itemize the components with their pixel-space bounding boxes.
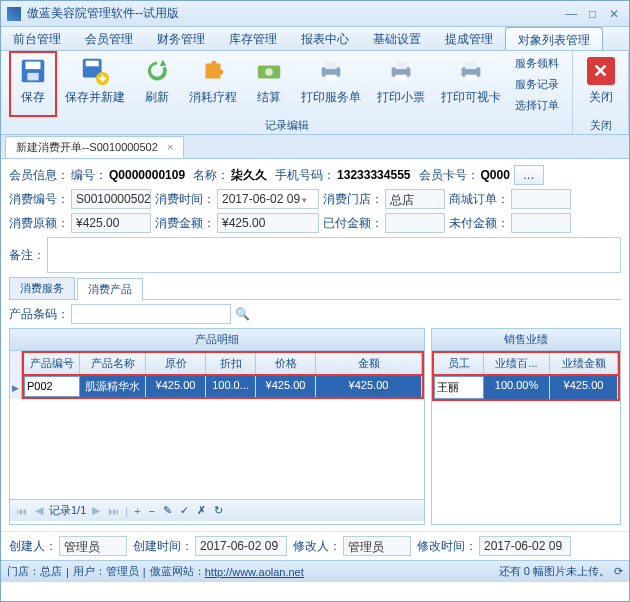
create-time-field: 2017-06-02 09	[195, 536, 287, 556]
select-order-link[interactable]: 选择订单	[515, 97, 559, 113]
amount-field: ¥425.00	[217, 213, 319, 233]
order-no-field: S0010000502	[71, 189, 151, 209]
search-icon[interactable]: 🔍	[235, 307, 250, 321]
remark-field[interactable]	[47, 237, 621, 273]
table-row[interactable]: P002 肌源精华水 ¥425.00 100.0... ¥425.00 ¥425…	[22, 376, 424, 399]
service-material-link[interactable]: 服务领料	[515, 55, 559, 71]
svg-rect-13	[395, 75, 406, 81]
pager-next-icon[interactable]: ▶	[90, 504, 102, 517]
tab-product[interactable]: 消费产品	[77, 278, 143, 300]
close-icon: ✕	[587, 57, 615, 85]
title-bar: 傲蓝美容院管理软件--试用版 — □ ✕	[1, 1, 629, 27]
menu-settings[interactable]: 基础设置	[361, 27, 433, 50]
tab-service[interactable]: 消费服务	[9, 277, 75, 299]
member-id: Q0000000109	[109, 168, 185, 182]
svg-rect-9	[325, 62, 336, 70]
modify-time-field: 2017-06-02 09	[479, 536, 571, 556]
save-new-icon	[79, 55, 111, 87]
paid-field	[385, 213, 445, 233]
row-indicator-icon: ▶	[10, 376, 22, 399]
save-new-button[interactable]: 保存并新建	[57, 51, 133, 117]
orig-amount-field: ¥425.00	[71, 213, 151, 233]
main-menu: 前台管理 会员管理 财务管理 库存管理 报表中心 基础设置 提成管理 对象列表管…	[1, 27, 629, 51]
maximize-icon[interactable]: □	[584, 7, 602, 21]
pager-cancel-icon[interactable]: ✗	[195, 504, 208, 517]
menu-object-list[interactable]: 对象列表管理	[505, 27, 603, 50]
member-info-label: 会员信息：	[9, 167, 69, 184]
status-store: 总店	[40, 564, 62, 579]
pager-del-icon[interactable]: −	[147, 505, 157, 517]
save-button[interactable]: 保存	[9, 51, 57, 117]
svg-rect-2	[27, 73, 38, 81]
member-card: Q000	[481, 168, 510, 182]
status-bar: 门店： 总店 | 用户： 管理员 | 傲蓝网站： http://www.aola…	[1, 560, 629, 582]
close-window-icon[interactable]: ✕	[605, 7, 623, 21]
printer-icon	[455, 55, 487, 87]
sales-grid: 销售业绩 员工 业绩百... 业绩金额 王丽 100.00% ¥425.00	[431, 328, 621, 525]
ribbon-group-label: 记录编辑	[265, 117, 309, 134]
pager: ⏮ ◀ 记录1/1 ▶ ⏭ | + − ✎ ✓ ✗ ↻	[10, 499, 424, 521]
print-card-button[interactable]: 打印可视卡	[433, 51, 509, 117]
refresh-button[interactable]: 刷新	[133, 51, 181, 117]
minimize-icon[interactable]: —	[562, 7, 580, 21]
svg-point-7	[265, 68, 273, 76]
unpaid-field	[511, 213, 571, 233]
svg-rect-12	[395, 62, 406, 70]
pager-first-icon[interactable]: ⏮	[14, 505, 29, 517]
pager-last-icon[interactable]: ⏭	[106, 505, 121, 517]
menu-front[interactable]: 前台管理	[1, 27, 73, 50]
pager-add-icon[interactable]: +	[132, 505, 142, 517]
document-tabs: 新建消费开单--S0010000502 ×	[1, 135, 629, 159]
mall-order-field	[511, 189, 571, 209]
print-receipt-button[interactable]: 打印小票	[369, 51, 433, 117]
service-record-link[interactable]: 服务记录	[515, 76, 559, 92]
consume-course-button[interactable]: 消耗疗程	[181, 51, 245, 117]
svg-rect-15	[465, 62, 476, 70]
member-name: 柒久久	[231, 167, 267, 184]
printer-icon	[315, 55, 347, 87]
print-service-button[interactable]: 打印服务单	[293, 51, 369, 117]
settle-button[interactable]: 结算	[245, 51, 293, 117]
svg-rect-4	[85, 61, 98, 67]
menu-inventory[interactable]: 库存管理	[217, 27, 289, 50]
printer-icon	[385, 55, 417, 87]
svg-rect-16	[465, 75, 476, 81]
menu-member[interactable]: 会员管理	[73, 27, 145, 50]
menu-commission[interactable]: 提成管理	[433, 27, 505, 50]
svg-rect-10	[325, 75, 336, 81]
save-icon	[17, 55, 49, 87]
window-title: 傲蓝美容院管理软件--试用版	[27, 5, 562, 22]
app-logo-icon	[7, 7, 21, 21]
tab-close-icon[interactable]: ×	[167, 141, 173, 153]
document-tab[interactable]: 新建消费开单--S0010000502 ×	[5, 136, 184, 158]
upload-icon[interactable]: ⟳	[614, 565, 623, 578]
ellipsis-button[interactable]: …	[514, 165, 544, 185]
pager-refresh-icon[interactable]: ↻	[212, 504, 225, 517]
pager-prev-icon[interactable]: ◀	[33, 504, 45, 517]
money-icon	[253, 55, 285, 87]
pager-ok-icon[interactable]: ✓	[178, 504, 191, 517]
creator-field: 管理员	[59, 536, 127, 556]
pager-edit-icon[interactable]: ✎	[161, 504, 174, 517]
status-user: 管理员	[106, 564, 139, 579]
sub-tabs: 消费服务 消费产品	[9, 277, 621, 300]
modifier-field: 管理员	[343, 536, 411, 556]
menu-finance[interactable]: 财务管理	[145, 27, 217, 50]
order-store-field: 总店	[385, 189, 445, 209]
ribbon-close-button[interactable]: ✕ 关闭	[577, 51, 625, 117]
barcode-input[interactable]	[71, 304, 231, 324]
refresh-icon	[141, 55, 173, 87]
product-grid: 产品明细 产品编号 产品名称 原价 折扣 价格 金额 ▶ P002 肌源精华水 …	[9, 328, 425, 525]
ribbon: 保存 保存并新建 刷新 消耗疗程 结算 打印服务单	[1, 51, 629, 135]
upload-status: 还有 0 幅图片未上传。	[499, 564, 610, 579]
svg-rect-1	[25, 62, 40, 70]
website-link[interactable]: http://www.aolan.net	[205, 566, 304, 578]
puzzle-icon	[197, 55, 229, 87]
order-time-field[interactable]: 2017-06-02 09▾	[217, 189, 319, 209]
member-phone: 13233334555	[337, 168, 410, 182]
menu-reports[interactable]: 报表中心	[289, 27, 361, 50]
table-row[interactable]: 王丽 100.00% ¥425.00	[432, 376, 620, 401]
